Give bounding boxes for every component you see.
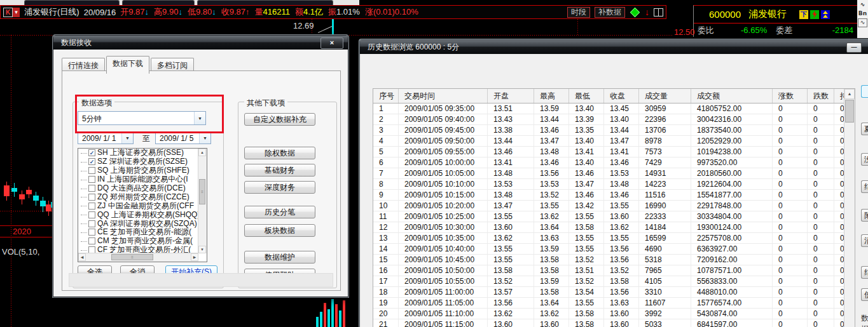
clipped-button[interactable]: 附 <box>861 209 868 222</box>
checkbox[interactable] <box>88 229 95 236</box>
table-row[interactable]: 112009/01/05 10:25:0013.5513.6213.5513.6… <box>373 211 855 222</box>
exchange-item-CE[interactable]: CE 芝加哥商业交易所-能源( <box>78 228 198 237</box>
table-row[interactable]: 32009/01/05 09:45:0013.3813.4613.3513.44… <box>373 125 855 136</box>
wave-icon[interactable]: ∿ <box>860 1 865 8</box>
list-hscrollbar[interactable]: ◀ ≡ ▶ <box>78 253 198 262</box>
clipped-button[interactable]: 结 <box>861 266 868 279</box>
table-row[interactable]: 162009/01/05 10:50:0013.5813.5813.5113.5… <box>373 265 855 276</box>
scroll-thumb[interactable]: ≡ <box>111 254 153 260</box>
scroll-thumb[interactable]: ≡ <box>199 179 205 204</box>
column-header-4[interactable]: 最高 <box>534 89 569 103</box>
close-icon[interactable]: × <box>320 37 343 49</box>
clipped-button[interactable]: 消 <box>861 234 868 247</box>
scroll-down-icon[interactable]: ▼ <box>198 246 206 253</box>
table-row[interactable]: 212009/01/05 11:15:0013.6013.6013.5813.6… <box>373 319 855 327</box>
tree-line <box>81 170 87 171</box>
column-header-1[interactable]: 序号 <box>373 89 399 103</box>
tick-history-button[interactable]: 历史分笔 <box>244 206 315 218</box>
clipped-button[interactable] <box>861 85 868 98</box>
date-from-select[interactable]: 2009/ 1/ 1 ▼ <box>78 131 134 144</box>
checkbox[interactable] <box>88 211 95 218</box>
checkbox[interactable] <box>88 220 95 227</box>
table-row[interactable]: 22009/01/05 09:40:0013.4313.4413.3913.40… <box>373 114 855 125</box>
column-header-3[interactable]: 开盘 <box>488 89 534 103</box>
checkbox[interactable] <box>88 185 95 192</box>
clipped-button[interactable]: 使 <box>861 288 868 301</box>
table-row[interactable]: 102009/01/05 10:20:0013.4713.5513.4213.5… <box>373 201 855 211</box>
column-header-7[interactable]: 成交量 <box>639 89 691 103</box>
exchange-item-SZ[interactable]: ✓SZ 深圳证券交易所(SZSE) <box>78 157 198 166</box>
exchange-item-CM[interactable]: CM 芝加哥商业交易所-金属( <box>78 237 198 246</box>
cell: 5033 <box>639 319 691 327</box>
column-header-6[interactable]: 收盘 <box>604 89 639 103</box>
checkbox[interactable] <box>88 176 95 183</box>
column-header-5[interactable]: 最低 <box>569 89 604 103</box>
cell: 0 <box>773 114 808 124</box>
exchange-item-DQ[interactable]: DQ 大连商品交易所(DCE) <box>78 184 198 193</box>
table-row[interactable]: 172009/01/05 10:55:0013.5213.5913.5213.5… <box>373 276 855 287</box>
table-row[interactable]: 72009/01/05 10:05:0013.4813.5613.4613.53… <box>373 168 855 179</box>
table-row[interactable]: 122009/01/05 10:30:0013.6013.6413.5813.6… <box>373 222 855 233</box>
scroll-thumb[interactable] <box>845 100 854 123</box>
minimize-button[interactable]: — <box>846 43 862 53</box>
checkbox[interactable] <box>88 203 95 210</box>
checkbox[interactable] <box>88 194 95 201</box>
exchange-item-QA[interactable]: QA 深圳证券期权交易(SZQA) <box>78 219 198 228</box>
table-scrollbar[interactable]: ▲ <box>844 89 855 327</box>
cell: 11516 <box>639 190 691 200</box>
table-row[interactable]: 132009/01/05 10:35:0013.6213.6313.5513.5… <box>373 233 855 244</box>
scroll-right-icon[interactable]: ▶ <box>191 253 198 261</box>
checkbox[interactable]: ✓ <box>88 149 95 156</box>
exchange-item-IN[interactable]: IN 上海国际能源交易中心(I <box>78 175 198 184</box>
history-window-titlebar[interactable]: 历史数据浏览 600000 : 5分 <box>360 40 868 54</box>
clipped-button[interactable]: 结 <box>861 180 868 193</box>
table-row[interactable]: 202009/01/05 11:10:0013.6213.6213.5813.6… <box>373 309 855 319</box>
scroll-up-icon[interactable]: ▲ <box>844 89 855 99</box>
table-row[interactable]: 92009/01/05 10:15:0013.4813.5213.4613.46… <box>373 190 855 201</box>
wave-box-icon[interactable]: ∿ <box>858 18 867 27</box>
cell: 2009/01/05 11:00:00 <box>399 287 488 297</box>
exchange-label: ZJ 中国金融期货交易所(CFF <box>97 201 194 210</box>
period-select[interactable]: 5分钟 ▼ <box>78 111 206 125</box>
checkbox[interactable] <box>88 167 95 174</box>
table-row[interactable]: 82009/01/05 10:10:0013.5313.5313.4713.48… <box>373 179 855 190</box>
list-vscrollbar[interactable]: ▲ ≡ ▼ <box>198 149 207 253</box>
table-row[interactable]: 142009/01/05 10:40:0013.5513.5913.5513.5… <box>373 244 855 255</box>
column-header-8[interactable]: 成交额 <box>691 89 773 103</box>
clipped-button[interactable]: 没 <box>861 153 868 166</box>
checkbox[interactable]: ✓ <box>88 158 95 165</box>
data-maintain-button[interactable]: 数据维护 <box>244 251 315 264</box>
chevron-down-icon[interactable]: ▼ <box>199 132 210 143</box>
chevron-down-icon[interactable]: ▼ <box>121 132 133 143</box>
chevron-down-icon[interactable]: ▼ <box>194 112 205 124</box>
column-header-9[interactable]: 涨数 <box>773 89 808 103</box>
column-header-10[interactable]: 跌数 <box>808 89 834 103</box>
scroll-left-icon[interactable]: ◀ <box>78 253 86 261</box>
table-row[interactable]: 62009/01/05 10:00:0013.4113.4613.4013.46… <box>373 157 855 168</box>
table-row[interactable]: 182009/01/05 11:00:0013.5713.5813.5413.5… <box>373 287 855 298</box>
table-row[interactable]: 152009/01/05 10:45:0013.5513.5813.5213.5… <box>373 255 855 265</box>
exchange-item-QQ[interactable]: QQ 上海证券期权交易(SHQQ) <box>78 210 198 219</box>
dialog-tab-2[interactable]: 数据下载 <box>106 56 149 74</box>
table-row[interactable]: 192009/01/05 11:05:0013.5613.6413.5513.6… <box>373 298 855 309</box>
clipped-button[interactable]: 夏 <box>861 123 868 135</box>
exchange-item-ZJ[interactable]: ZJ 中国金融期货交易所(CFF <box>78 201 198 210</box>
exchange-item-SH[interactable]: ✓SH 上海证券交易所(SSE) <box>78 149 198 157</box>
exchange-item-SQ[interactable]: SQ 上海期货交易所(SHFE) <box>78 166 198 175</box>
exright-data-button[interactable]: 除权数据 <box>244 147 315 159</box>
scroll-up-icon[interactable]: ▲ <box>198 149 206 156</box>
table-row[interactable]: 12009/01/05 09:35:0013.5113.5913.4013.45… <box>373 103 855 114</box>
custom-fill-button[interactable]: 自定义数据补充 <box>244 113 315 126</box>
table-row[interactable]: 42009/01/05 09:50:0013.4413.4713.4013.47… <box>373 136 855 147</box>
date-from-value: 2009/ 1/ 1 <box>82 132 116 143</box>
table-row[interactable]: 52009/01/05 09:55:0013.4613.4813.4113.41… <box>373 147 855 157</box>
date-to-select[interactable]: 2009/ 1/ 5 ▼ <box>155 131 211 144</box>
sector-data-button[interactable]: 板块数据 <box>244 224 315 237</box>
column-header-2[interactable]: 交易时间 <box>399 89 488 103</box>
basic-finance-button[interactable]: 基础财务 <box>244 164 315 177</box>
dialog-titlebar[interactable]: 数据接收 <box>53 36 348 50</box>
deep-finance-button[interactable]: 深度财务 <box>244 181 315 194</box>
bn-icon[interactable]: Bn <box>858 10 867 17</box>
exchange-item-ZQ[interactable]: ZQ 郑州期货交易所(CZCE) <box>78 192 198 201</box>
checkbox[interactable] <box>88 237 95 244</box>
